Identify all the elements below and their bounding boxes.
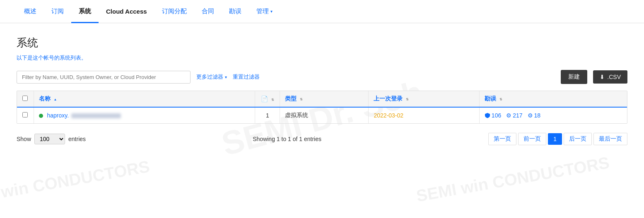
row-checkbox-cell[interactable] xyxy=(17,107,34,123)
th-last-login[interactable]: 上一次登录 ⇅ xyxy=(369,91,479,107)
more-filters-button[interactable]: 更多过滤器 ▾ xyxy=(196,73,227,81)
doc-sort-arrows: ⇅ xyxy=(271,98,274,102)
nav-item-system[interactable]: 系统 xyxy=(71,0,99,23)
nav-item-overview[interactable]: 概述 xyxy=(17,0,44,23)
errata-sort-arrows: ⇅ xyxy=(499,98,502,101)
system-name-link[interactable]: haproxy. xyxy=(47,112,69,119)
name-sort-arrows: ▲ xyxy=(53,98,57,101)
search-input[interactable] xyxy=(17,71,191,84)
th-type[interactable]: 类型 ⇅ xyxy=(280,91,369,107)
th-doc[interactable]: 📄 ⇅ xyxy=(255,91,280,107)
reset-filters-button[interactable]: 重置过滤器 xyxy=(233,73,260,81)
watermark-left: win CONDUCTORS xyxy=(0,157,151,201)
nav-item-subscription[interactable]: 订阅 xyxy=(44,0,71,23)
first-page-button[interactable]: 第一页 xyxy=(488,133,516,145)
type-sort-arrows: ⇅ xyxy=(300,98,303,101)
pagination-buttons: 第一页 前一页 1 后一页 最后一页 xyxy=(488,133,627,145)
pagination-row: Show 100 10 25 50 entries Showing 1 to 1… xyxy=(17,130,627,148)
systems-table: 名称 ▲ 📄 ⇅ 类型 ⇅ xyxy=(17,91,627,123)
main-content: SEMI Dr. Soh win CONDUCTORS SEMI win CON… xyxy=(0,23,644,213)
last-page-button[interactable]: 最后一页 xyxy=(593,133,627,145)
download-icon: ⬇ xyxy=(600,74,605,80)
current-page-button[interactable]: 1 xyxy=(548,133,562,145)
more-filters-arrow: ▾ xyxy=(225,75,227,79)
row-name-cell: haproxy. xyxy=(34,107,255,123)
row-doc-count-cell: 1 xyxy=(255,107,280,123)
new-button[interactable]: 新建 xyxy=(561,70,587,84)
nav-item-errata[interactable]: 勘误 xyxy=(222,0,249,23)
nav-item-cloud-access[interactable]: Cloud Access xyxy=(99,0,154,22)
security-badge[interactable]: 106 xyxy=(485,112,501,119)
th-name[interactable]: 名称 ▲ xyxy=(34,91,255,107)
bug-badge[interactable]: ⚙ 217 xyxy=(506,112,522,119)
row-last-login-cell: 2022-03-02 xyxy=(369,107,479,123)
th-errata[interactable]: 勘误 ⇅ xyxy=(479,91,627,107)
showing-text: Showing 1 to 1 of 1 entries xyxy=(253,136,321,142)
packages-badge[interactable]: ⚙ 18 xyxy=(528,112,541,119)
error-badges: 106 ⚙ 217 ⚙ 18 xyxy=(485,112,622,119)
nav-item-contract[interactable]: 合同 xyxy=(194,0,222,23)
select-all-checkbox[interactable] xyxy=(22,96,28,101)
filter-row: 更多过滤器 ▾ 重置过滤器 新建 ⬇ .CSV xyxy=(17,70,627,84)
nav-bar: 概述 订阅 系统 Cloud Access 订阅分配 合同 勘误 管理 ▾ xyxy=(0,0,644,23)
row-checkbox[interactable] xyxy=(22,112,28,117)
nav-item-manage[interactable]: 管理 ▾ xyxy=(249,0,280,23)
table-row: haproxy. 1 虚拟系统 2022-03-02 xyxy=(17,107,627,123)
page-subtitle: 以下是这个帐号的系统列表。 xyxy=(17,54,627,62)
page-title: 系统 xyxy=(17,36,627,50)
status-dot xyxy=(39,114,43,118)
watermark-right: SEMI win CONDUCTORS xyxy=(415,153,611,205)
row-errata-cell: 106 ⚙ 217 ⚙ 18 xyxy=(479,107,627,123)
th-checkbox[interactable] xyxy=(17,91,34,107)
nav-item-subscription-alloc[interactable]: 订阅分配 xyxy=(154,0,194,23)
doc-icon: 📄 xyxy=(261,96,268,102)
show-entries: Show 100 10 25 50 entries xyxy=(17,134,86,144)
shield-icon xyxy=(485,113,490,118)
row-type-cell: 虚拟系统 xyxy=(280,107,369,123)
content-area: 系统 以下是这个帐号的系统列表。 更多过滤器 ▾ 重置过滤器 新建 ⬇ .CSV xyxy=(17,36,627,148)
next-page-button[interactable]: 后一页 xyxy=(564,133,592,145)
entries-select[interactable]: 100 10 25 50 xyxy=(34,134,65,144)
system-name-blurred xyxy=(71,113,121,118)
manage-dropdown-arrow: ▾ xyxy=(270,9,273,14)
prev-page-button[interactable]: 前一页 xyxy=(518,133,546,145)
systems-table-wrapper: 名称 ▲ 📄 ⇅ 类型 ⇅ xyxy=(17,91,627,124)
bug-icon: ⚙ xyxy=(506,112,511,119)
csv-button[interactable]: ⬇ .CSV xyxy=(593,70,627,84)
login-sort-arrows: ⇅ xyxy=(406,98,409,101)
gear-icon: ⚙ xyxy=(528,112,533,119)
